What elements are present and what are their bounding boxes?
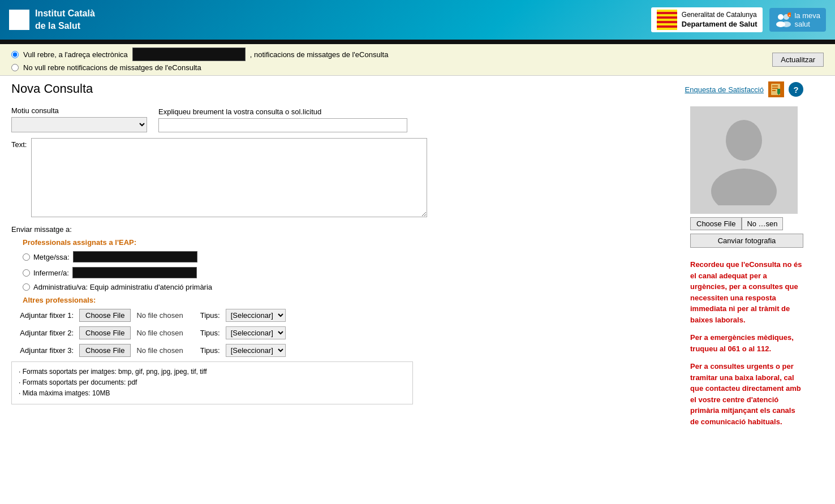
warning-1: Recordeu que l'eConsulta no és el canal … [690, 259, 803, 325]
notif-radio-no-label: No vull rebre notificacions de missatges… [23, 63, 201, 72]
text-label: Text: [11, 138, 27, 149]
notif-row-2: No vull rebre notificacions de missatges… [11, 63, 388, 72]
file3-tipus-label: Tipus: [200, 346, 220, 355]
file-row-1: Adjuntar fitxer 1: Choose File No file c… [11, 309, 679, 322]
svg-rect-5 [657, 21, 677, 23]
file2-chosen: No file chosen [136, 329, 183, 337]
enviar-label: Enviar missatge a: [11, 225, 679, 234]
formats-line2: · Formats soportats per documents: pdf [19, 377, 406, 388]
svg-point-10 [782, 21, 791, 27]
svg-point-20 [711, 169, 777, 205]
decorative-bar [0, 40, 835, 44]
photo-file-row: Choose File No …sen [690, 217, 803, 230]
svg-rect-4 [657, 16, 677, 19]
expliqueu-input[interactable] [158, 118, 407, 132]
file-row-2: Adjuntar fitxer 2: Choose File No file c… [11, 326, 679, 339]
infermer-radio[interactable] [23, 269, 30, 277]
enquesta-icon [768, 81, 784, 97]
file3-tipus-select[interactable]: [Seleccionar] [226, 344, 286, 357]
text-textarea[interactable] [31, 138, 427, 217]
notif-options: Vull rebre, a l'adreça electrònica , not… [11, 48, 388, 72]
enquesta-link[interactable]: Enquesta de Satisfacció [685, 85, 764, 94]
page-title: Nova Consulta [11, 81, 93, 96]
file1-tipus-label: Tipus: [200, 311, 220, 320]
actualitzar-button[interactable]: Actualitzar [772, 53, 824, 67]
file1-label: Adjuntar fitxer 1: [11, 311, 74, 320]
administratiu-row: Administratiu/va: Equip administratiu d'… [23, 283, 679, 291]
file3-choose-button[interactable]: Choose File [79, 344, 131, 357]
warning-2: Per a emergències mèdiques, truqueu al 0… [690, 332, 803, 354]
motiu-select[interactable] [11, 117, 147, 132]
canviar-fotografia-button[interactable]: Canviar fotografia [690, 234, 803, 248]
la-meva-text: la meva salut [794, 11, 820, 28]
file1-chosen: No file chosen [136, 311, 183, 320]
expliqueu-label: Expliqueu breument la vostra consulta o … [158, 107, 407, 116]
ics-cross-icon [9, 10, 29, 30]
photo-choose-button[interactable]: Choose File [690, 217, 742, 230]
file2-tipus-label: Tipus: [200, 329, 220, 337]
la-meva-salut-badge: + la meva salut [769, 8, 826, 32]
notif-suffix: , notificacions de missatges de l'eConsu… [250, 50, 389, 59]
form-and-photo: Motiu consulta Expliqueu breument la vos… [11, 106, 803, 434]
header-logo: Institut Català de la Salut [9, 7, 95, 33]
text-row: Text: [11, 138, 679, 217]
notif-email-input[interactable] [132, 48, 246, 61]
formats-info: · Formats soportats per imatges: bmp, gi… [11, 361, 413, 404]
enquesta-area: Enquesta de Satisfacció ? [685, 81, 803, 97]
photo-no-file: No …sen [742, 217, 782, 230]
file-row-3: Adjuntar fitxer 3: Choose File No file c… [11, 344, 679, 357]
dept-salut-logo: Generalitat de Catalunya Departament de … [651, 7, 763, 32]
file2-tipus-select[interactable]: [Seleccionar] [226, 326, 286, 339]
notif-right: Actualitzar [772, 53, 824, 67]
file1-tipus-select[interactable]: [Seleccionar] [226, 309, 286, 322]
notif-row-1: Vull rebre, a l'adreça electrònica , not… [11, 48, 388, 61]
motiu-group: Motiu consulta [11, 106, 147, 132]
administratiu-radio[interactable] [23, 283, 30, 291]
header-title: Institut Català de la Salut [35, 7, 95, 33]
photo-placeholder [690, 106, 798, 214]
notification-bar: Vull rebre, a l'adreça electrònica , not… [0, 44, 835, 76]
form-area: Motiu consulta Expliqueu breument la vos… [11, 106, 679, 434]
svg-rect-3 [657, 12, 677, 14]
catalan-flag-icon [657, 10, 677, 30]
page-title-row: Nova Consulta Enquesta de Satisfacció ? [11, 81, 803, 97]
notif-radio-yes[interactable] [11, 51, 19, 58]
user-group-icon: + [775, 12, 791, 28]
svg-point-19 [726, 120, 762, 161]
metge-label: Metge/ssa: [33, 253, 70, 261]
administratiu-label: Administratiu/va: Equip administratiu d'… [33, 283, 212, 291]
notif-radio-yes-label: Vull rebre, a l'adreça electrònica [23, 50, 128, 59]
help-icon[interactable]: ? [789, 82, 803, 97]
svg-rect-17 [777, 89, 780, 93]
main-content: Nova Consulta Enquesta de Satisfacció ? [0, 76, 815, 440]
user-silhouette-icon [704, 115, 784, 205]
svg-rect-6 [657, 25, 677, 28]
professionals-heading: Professionals assignats a l'EAP: [23, 238, 679, 247]
metge-radio[interactable] [23, 253, 30, 261]
altres-heading: Altres professionals: [23, 296, 679, 304]
header-right: Generalitat de Catalunya Departament de … [651, 7, 826, 32]
infermer-row: Infermer/a: [23, 267, 679, 278]
file2-choose-button[interactable]: Choose File [79, 326, 131, 339]
svg-text:+: + [789, 14, 791, 17]
file2-label: Adjuntar fitxer 2: [11, 329, 74, 337]
svg-rect-14 [772, 85, 778, 87]
metge-row: Metge/ssa: [23, 251, 679, 262]
formats-line3: · Mida màxima imatges: 10MB [19, 388, 406, 399]
infermer-label: Infermer/a: [33, 269, 69, 277]
metge-name-input[interactable] [73, 251, 197, 262]
file1-choose-button[interactable]: Choose File [79, 309, 131, 322]
svg-rect-16 [772, 90, 776, 91]
motiu-expliqueu-row: Motiu consulta Expliqueu breument la vos… [11, 106, 679, 132]
svg-rect-1 [11, 18, 27, 22]
infermer-name-input[interactable] [72, 267, 197, 278]
motiu-label: Motiu consulta [11, 106, 147, 115]
file3-label: Adjuntar fitxer 3: [11, 346, 74, 355]
professionals-section: Professionals assignats a l'EAP: Metge/s… [23, 238, 679, 304]
notif-radio-no[interactable] [11, 64, 19, 71]
photo-area: Choose File No …sen Canviar fotografia R… [690, 106, 803, 434]
file3-chosen: No file chosen [136, 346, 183, 355]
dept-text: Generalitat de Catalunya Departament de … [682, 10, 757, 30]
formats-line1: · Formats soportats per imatges: bmp, gi… [19, 367, 406, 377]
enviar-section: Enviar missatge a: Professionals assigna… [11, 225, 679, 404]
